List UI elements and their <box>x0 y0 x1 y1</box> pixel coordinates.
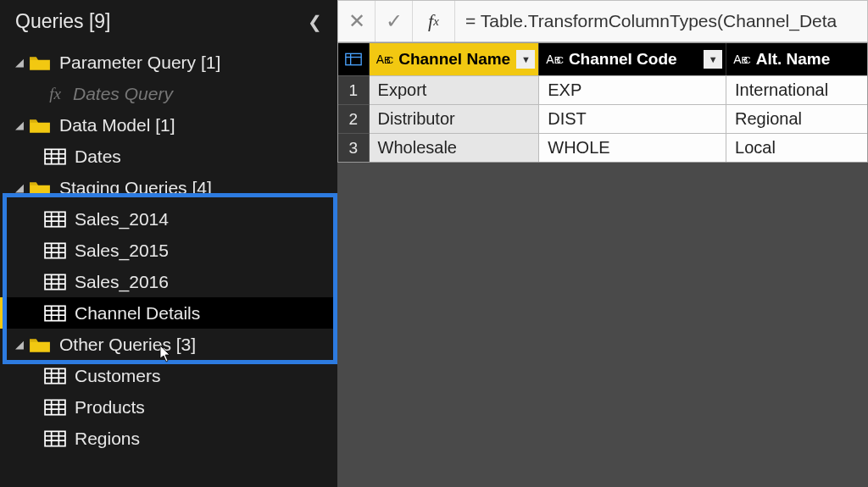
caret-down-icon: ◢ <box>15 56 27 69</box>
text-type-icon: ABC <box>733 53 751 66</box>
text-type-icon: ABC <box>376 53 394 66</box>
column-filter-dropdown-icon[interactable]: ▼ <box>704 50 722 69</box>
folder-icon <box>29 336 51 353</box>
data-grid: ABC Channel Name ▼ ABC Channel Code ▼ AB… <box>337 42 868 163</box>
queries-tree: ◢ Parameter Query [1] fx Dates Query ◢ D… <box>0 43 337 454</box>
group-staging-queries[interactable]: ◢ Staging Queries [4] <box>0 172 337 203</box>
table-icon <box>44 274 66 291</box>
query-label: Sales_2015 <box>75 241 169 261</box>
query-label: Dates <box>75 147 121 167</box>
query-customers[interactable]: Customers <box>0 360 337 391</box>
fx-icon[interactable]: fx <box>413 1 455 42</box>
query-label: Customers <box>75 366 161 386</box>
group-other-queries[interactable]: ◢ Other Queries [3] <box>0 329 337 360</box>
query-regions[interactable]: Regions <box>0 423 337 454</box>
query-dates[interactable]: Dates <box>0 141 337 172</box>
group-label: Other Queries [3] <box>59 335 196 355</box>
column-header-channel-code[interactable]: ABC Channel Code ▼ <box>539 43 726 75</box>
caret-down-icon: ◢ <box>15 119 27 131</box>
grid-row[interactable]: 1 Export EXP International <box>338 75 867 104</box>
cell[interactable]: Wholesale <box>370 133 540 162</box>
commit-formula-icon[interactable]: ✓ <box>376 1 413 42</box>
folder-icon <box>29 117 51 134</box>
query-label: Regions <box>75 429 140 449</box>
grid-row[interactable]: 2 Distributor DIST Regional <box>338 104 867 133</box>
cell[interactable]: Distributor <box>370 104 540 133</box>
table-icon <box>44 242 66 259</box>
svg-rect-10 <box>45 243 65 257</box>
group-parameter-query[interactable]: ◢ Parameter Query [1] <box>0 47 337 78</box>
row-number[interactable]: 3 <box>338 133 370 162</box>
query-label: Sales_2016 <box>75 272 169 292</box>
table-icon <box>44 305 66 322</box>
column-header-channel-name[interactable]: ABC Channel Name ▼ <box>370 43 540 75</box>
queries-sidebar: Queries [9] ❮ ◢ Parameter Query [1] fx D… <box>0 0 337 487</box>
main-pane: ✕ ✓ fx = Table.TransformColumnTypes(Chan… <box>337 0 868 487</box>
sidebar-title: Queries [9] <box>15 10 111 33</box>
query-dates-query[interactable]: fx Dates Query <box>0 78 337 109</box>
svg-rect-20 <box>45 306 65 320</box>
column-header-alt-name[interactable]: ABC Alt. Name <box>726 43 867 75</box>
group-data-model[interactable]: ◢ Data Model [1] <box>0 109 337 141</box>
query-label: Channel Details <box>75 303 200 324</box>
cell[interactable]: International <box>726 75 867 104</box>
formula-input[interactable]: = Table.TransformColumnTypes(Channel_Det… <box>455 11 867 31</box>
grid-header: ABC Channel Name ▼ ABC Channel Code ▼ AB… <box>338 43 867 75</box>
query-label: Sales_2014 <box>75 209 169 230</box>
sidebar-header: Queries [9] ❮ <box>0 0 337 43</box>
folder-icon <box>29 180 51 196</box>
query-label: Products <box>75 397 145 418</box>
query-label: Dates Query <box>73 84 173 104</box>
query-products[interactable]: Products <box>0 391 337 423</box>
svg-rect-35 <box>45 431 65 445</box>
caret-down-icon: ◢ <box>15 338 27 351</box>
table-icon <box>44 399 66 416</box>
column-name: Channel Name <box>398 50 510 69</box>
svg-rect-40 <box>346 53 361 64</box>
svg-rect-0 <box>45 149 65 163</box>
grid-row[interactable]: 3 Wholesale WHOLE Local <box>338 133 867 162</box>
table-icon <box>44 211 66 228</box>
cell[interactable]: WHOLE <box>539 133 726 162</box>
row-number[interactable]: 1 <box>338 75 370 104</box>
caret-down-icon: ◢ <box>15 181 27 194</box>
cell[interactable]: Local <box>726 133 867 162</box>
select-all-corner[interactable] <box>338 43 370 75</box>
column-filter-dropdown-icon[interactable]: ▼ <box>516 50 535 69</box>
table-icon <box>44 148 66 165</box>
query-sales-2015[interactable]: Sales_2015 <box>0 235 337 266</box>
query-sales-2016[interactable]: Sales_2016 <box>0 266 337 297</box>
text-type-icon: ABC <box>546 53 564 66</box>
folder-icon <box>29 54 51 71</box>
table-icon <box>44 430 66 447</box>
formula-bar: ✕ ✓ fx = Table.TransformColumnTypes(Chan… <box>337 0 868 42</box>
group-label: Parameter Query [1] <box>59 53 220 73</box>
cell[interactable]: DIST <box>539 104 726 133</box>
svg-rect-25 <box>45 368 65 383</box>
column-name: Alt. Name <box>756 50 831 69</box>
group-label: Data Model [1] <box>59 115 175 136</box>
cancel-formula-icon[interactable]: ✕ <box>338 1 376 42</box>
row-number[interactable]: 2 <box>338 104 370 133</box>
group-label: Staging Queries [4] <box>59 178 212 198</box>
svg-rect-30 <box>45 400 65 414</box>
column-name: Channel Code <box>569 50 677 69</box>
cell[interactable]: Regional <box>726 104 867 133</box>
svg-rect-15 <box>45 274 65 289</box>
table-icon <box>44 368 66 385</box>
query-sales-2014[interactable]: Sales_2014 <box>0 203 337 235</box>
grid-body: 1 Export EXP International 2 Distributor… <box>338 75 867 162</box>
cell[interactable]: Export <box>370 75 540 104</box>
query-channel-details[interactable]: Channel Details <box>0 297 337 329</box>
collapse-sidebar-icon[interactable]: ❮ <box>308 12 322 32</box>
svg-rect-5 <box>45 212 65 226</box>
fx-icon: fx <box>44 85 66 103</box>
cell[interactable]: EXP <box>539 75 726 104</box>
